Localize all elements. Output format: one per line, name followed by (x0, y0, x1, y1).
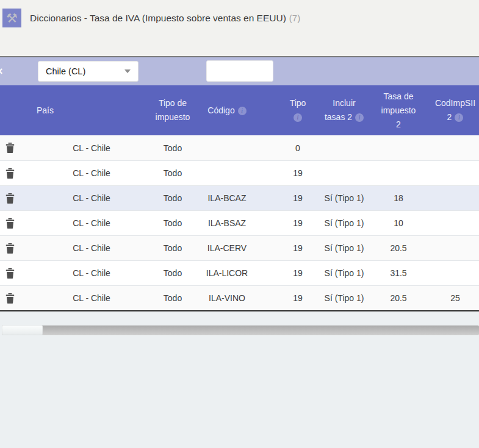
info-icon[interactable]: i (355, 113, 364, 122)
delete-row-icon[interactable] (5, 218, 15, 229)
cell-codimpsii-2: 25 (427, 286, 479, 310)
info-icon[interactable]: i (294, 113, 302, 122)
filter-bar: × Chile (CL) (0, 57, 479, 85)
delete-row-icon[interactable] (5, 268, 15, 279)
cell-codimpsii-2 (427, 261, 479, 285)
cell-codimpsii-2 (427, 186, 479, 210)
column-header-tasa-de-impuesto-2: Tasa de impuesto 2 (373, 85, 424, 135)
table-row: CL - Chile Todo ILA-CERV 19 Sí (Tipo 1) … (0, 235, 479, 260)
cell-incluir-tasas-2: Sí (Tipo 1) (319, 286, 370, 310)
cell-codigo: ILA-LICOR (193, 261, 261, 285)
column-header-codimpsii-2: CodImpSII 2i (427, 85, 479, 135)
cell-tipo: 0 (275, 135, 321, 160)
cell-pais: CL - Chile (24, 286, 146, 310)
cell-codigo (193, 135, 261, 160)
cell-tasa-impuesto-2 (373, 161, 424, 185)
column-header-tipo-de-impuesto: Tipo de impuesto (153, 85, 193, 135)
cell-tasa-impuesto-2: 20.5 (373, 236, 424, 260)
cell-tipo: 19 (275, 211, 321, 235)
cell-tipo: 19 (275, 186, 321, 210)
title-bar: ⚒ Diccionarios - Tasa de IVA (Impuesto s… (0, 0, 479, 56)
close-icon[interactable]: × (0, 66, 3, 77)
table-row: CL - Chile Todo ILA-BSAZ 19 Sí (Tipo 1) … (0, 210, 479, 235)
cell-incluir-tasas-2 (319, 161, 370, 185)
cell-pais: CL - Chile (24, 236, 146, 260)
table-row: CL - Chile Todo ILA-LICOR 19 Sí (Tipo 1)… (0, 260, 479, 285)
cell-incluir-tasas-2: Sí (Tipo 1) (319, 186, 370, 210)
cell-tasa-impuesto-2: 18 (373, 186, 424, 210)
column-header-pais: País (24, 85, 146, 135)
delete-row-icon[interactable] (5, 143, 15, 153)
cell-tipo: 19 (275, 261, 321, 285)
cell-incluir-tasas-2: Sí (Tipo 1) (319, 236, 370, 260)
cell-tipo: 19 (275, 236, 321, 260)
cell-codigo: ILA-BSAZ (193, 211, 261, 235)
cell-incluir-tasas-2 (319, 135, 370, 160)
cell-tasa-impuesto-2: 31.5 (373, 261, 424, 285)
cell-pais: CL - Chile (24, 161, 146, 185)
page-title-text: Diccionarios - Tasa de IVA (Impuesto sob… (30, 13, 286, 23)
cell-tasa-impuesto-2 (373, 135, 424, 160)
cell-tipo-impuesto: Todo (153, 236, 193, 260)
table-row: CL - Chile Todo 0 (0, 135, 479, 160)
cell-incluir-tasas-2: Sí (Tipo 1) (319, 211, 370, 235)
delete-row-icon[interactable] (5, 243, 15, 254)
horizontal-scrollbar-thumb[interactable] (2, 325, 43, 335)
cell-tasa-impuesto-2: 20.5 (373, 286, 424, 310)
cell-codigo (193, 161, 261, 185)
cell-tasa-impuesto-2: 10 (373, 211, 424, 235)
table-row: CL - Chile Todo 19 (0, 160, 479, 185)
info-icon[interactable]: i (455, 113, 463, 122)
cell-tipo-impuesto: Todo (153, 161, 193, 185)
cell-pais: CL - Chile (24, 211, 146, 235)
cell-pais: CL - Chile (24, 261, 146, 285)
cell-incluir-tasas-2: Sí (Tipo 1) (319, 261, 370, 285)
table-body: CL - Chile Todo 0 CL - Chile Todo 19 CL … (0, 135, 479, 310)
column-header-codigo: Códigoi (193, 85, 261, 135)
delete-row-icon[interactable] (5, 293, 15, 304)
cell-codigo: ILA-BCAZ (193, 186, 261, 210)
app-tools-icon: ⚒ (2, 9, 21, 27)
cell-codimpsii-2 (427, 211, 479, 235)
cell-codimpsii-2 (427, 161, 479, 185)
cell-pais: CL - Chile (24, 135, 146, 160)
delete-row-icon[interactable] (5, 193, 15, 204)
cell-tipo-impuesto: Todo (153, 135, 193, 160)
column-header-actions (0, 85, 24, 135)
cell-codigo: ILA-CERV (193, 236, 261, 260)
filter-search-input[interactable] (206, 60, 273, 82)
column-header-incluir-tasas-2: Incluir tasas 2i (319, 85, 370, 135)
cell-tipo-impuesto: Todo (153, 211, 193, 235)
cell-tipo-impuesto: Todo (153, 186, 193, 210)
horizontal-scrollbar-track[interactable] (2, 325, 479, 335)
cell-codigo: ILA-VINO (193, 286, 261, 310)
column-header-tipo: Tipo i (275, 85, 321, 135)
cell-codimpsii-2 (427, 135, 479, 160)
page-title: Diccionarios - Tasa de IVA (Impuesto sob… (30, 13, 300, 24)
table-row: CL - Chile Todo ILA-VINO 19 Sí (Tipo 1) … (0, 285, 479, 310)
table-row-selected: CL - Chile Todo ILA-BCAZ 19 Sí (Tipo 1) … (0, 185, 479, 210)
country-filter-value: Chile (CL) (46, 66, 85, 76)
table-bottom-border (0, 310, 479, 311)
cell-tipo: 19 (275, 286, 321, 310)
record-count-badge: (7) (289, 13, 300, 23)
cell-tipo: 19 (275, 161, 321, 185)
cell-tipo-impuesto: Todo (153, 261, 193, 285)
delete-row-icon[interactable] (5, 168, 15, 179)
cell-pais: CL - Chile (24, 186, 146, 210)
chevron-down-icon (124, 69, 131, 73)
info-icon[interactable]: i (238, 107, 247, 115)
country-filter-select[interactable]: Chile (CL) (38, 61, 139, 82)
table-header: País Tipo de impuesto Códigoi Tipo i Inc… (0, 85, 479, 135)
cell-codimpsii-2 (427, 236, 479, 260)
cell-tipo-impuesto: Todo (153, 286, 193, 310)
